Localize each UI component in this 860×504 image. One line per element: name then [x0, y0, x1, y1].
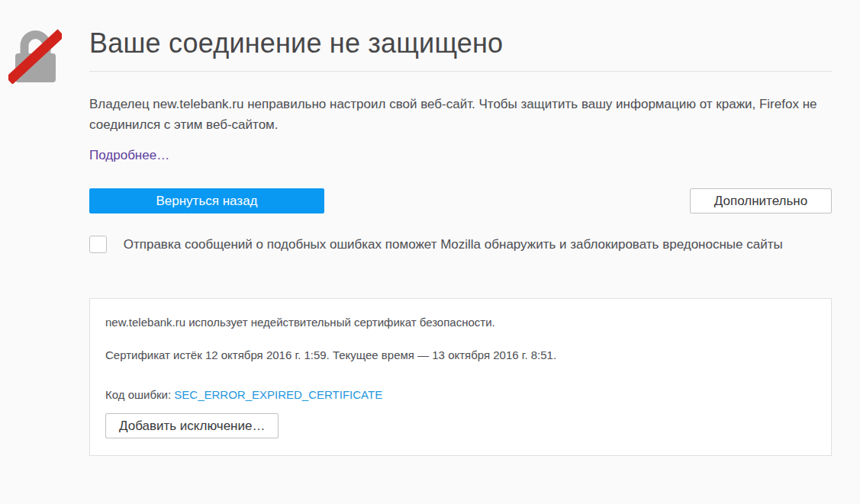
- advanced-button[interactable]: Дополнительно: [690, 188, 832, 213]
- add-exception-button[interactable]: Добавить исключение…: [105, 413, 279, 438]
- page-title: Ваше соединение не защищено: [89, 27, 832, 72]
- error-code-label: Код ошибки:: [105, 388, 174, 401]
- broken-lock-icon: [8, 26, 62, 84]
- report-error-label: Отправка сообщений о подобных ошибках по…: [124, 237, 783, 252]
- report-error-checkbox[interactable]: [89, 236, 107, 253]
- cert-expired-text: Сертификат истёк 12 октября 2016 г. 1:59…: [105, 348, 816, 363]
- report-error-row: Отправка сообщений о подобных ошибках по…: [89, 233, 832, 255]
- advanced-panel: new.telebank.ru использует недействитель…: [89, 298, 832, 456]
- error-page-container: Ваше соединение не защищено Владелец new…: [89, 0, 832, 456]
- go-back-button[interactable]: Вернуться назад: [89, 188, 324, 213]
- error-code-link[interactable]: SEC_ERROR_EXPIRED_CERTIFICATE: [174, 388, 382, 401]
- learn-more-link[interactable]: Подробнее…: [89, 148, 169, 163]
- button-row: Вернуться назад Дополнительно: [89, 188, 832, 213]
- cert-invalid-text: new.telebank.ru использует недействитель…: [105, 315, 816, 330]
- error-code-row: Код ошибки: SEC_ERROR_EXPIRED_CERTIFICAT…: [105, 387, 816, 403]
- error-description: Владелец new.telebank.ru неправильно нас…: [89, 94, 832, 135]
